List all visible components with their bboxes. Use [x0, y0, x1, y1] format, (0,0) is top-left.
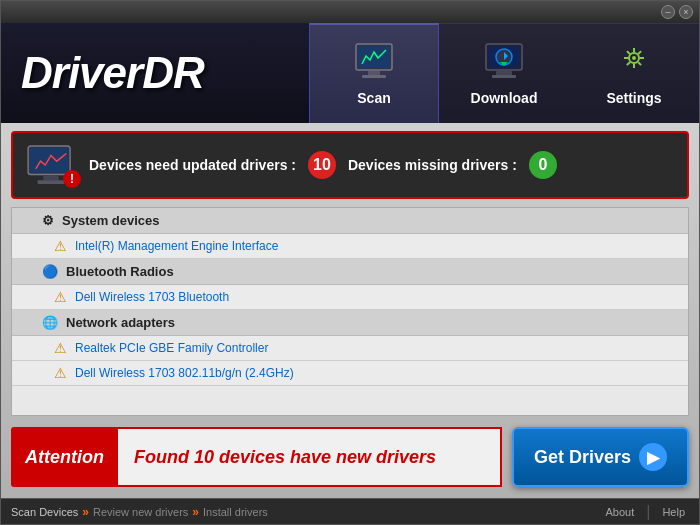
- footer-right: About | Help: [601, 503, 689, 521]
- warning-icon: ⚠: [54, 340, 67, 356]
- category-label: Network adapters: [66, 315, 175, 330]
- device-name: Realtek PCIe GBE Family Controller: [75, 341, 268, 355]
- action-bar: Attention Found 10 devices have new driv…: [11, 422, 689, 492]
- list-item: ⚙ System devices: [12, 208, 688, 234]
- footer: Scan Devices » Review new drivers » Inst…: [1, 498, 699, 524]
- missing-count-badge: 0: [529, 151, 557, 179]
- get-drivers-button[interactable]: Get Drivers ▶: [512, 427, 689, 487]
- minimize-button[interactable]: –: [661, 5, 675, 19]
- breadcrumb: Scan Devices » Review new drivers » Inst…: [11, 505, 268, 519]
- tab-scan[interactable]: Scan: [309, 23, 439, 123]
- main-content: ! Devices need updated drivers : 10 Devi…: [1, 123, 699, 498]
- category-label: System devices: [62, 213, 160, 228]
- attention-label: Attention: [11, 427, 118, 487]
- settings-icon: [612, 42, 656, 84]
- breadcrumb-review[interactable]: Review new drivers: [93, 506, 188, 518]
- title-bar: – ×: [1, 1, 699, 23]
- get-drivers-label: Get Drivers: [534, 447, 631, 468]
- status-info: Devices need updated drivers : 10 Device…: [89, 151, 561, 179]
- svg-rect-22: [30, 148, 68, 173]
- svg-line-17: [627, 51, 630, 54]
- missing-label: Devices missing drivers :: [348, 157, 517, 173]
- breadcrumb-sep-2: »: [192, 505, 199, 519]
- device-list[interactable]: ⚙ System devices ⚠ Intel(R) Management E…: [12, 208, 688, 415]
- need-update-label: Devices need updated drivers :: [89, 157, 296, 173]
- header: DriverDR Scan: [1, 23, 699, 123]
- svg-line-18: [638, 62, 641, 65]
- logo-part1: DriverD: [21, 48, 173, 97]
- alert-badge: !: [63, 170, 81, 188]
- logo-part2: R: [173, 48, 204, 97]
- scan-icon: [350, 42, 398, 84]
- svg-line-19: [638, 51, 641, 54]
- tab-settings-label: Settings: [606, 90, 661, 106]
- warning-icon: ⚠: [54, 365, 67, 381]
- app-logo: DriverDR: [21, 48, 204, 98]
- svg-rect-9: [496, 71, 512, 75]
- list-item[interactable]: ⚠ Intel(R) Management Engine Interface: [12, 234, 688, 259]
- main-window: – × DriverDR Scan: [0, 0, 700, 525]
- list-item: 🔵 Bluetooth Radios: [12, 259, 688, 285]
- about-button[interactable]: About: [601, 506, 638, 518]
- nav-tabs: Scan Download: [309, 23, 699, 123]
- footer-divider: |: [646, 503, 650, 521]
- breadcrumb-sep-1: »: [82, 505, 89, 519]
- list-item[interactable]: ⚠ Dell Wireless 1703 802.11b/g/n (2.4GHz…: [12, 361, 688, 386]
- device-name: Dell Wireless 1703 802.11b/g/n (2.4GHz): [75, 366, 294, 380]
- svg-rect-3: [362, 75, 386, 78]
- svg-rect-23: [43, 176, 58, 181]
- svg-rect-1: [358, 46, 390, 68]
- tab-download-label: Download: [471, 90, 538, 106]
- tab-download[interactable]: Download: [439, 23, 569, 123]
- tab-settings[interactable]: Settings: [569, 23, 699, 123]
- network-icon: 🌐: [42, 315, 58, 330]
- svg-line-20: [627, 62, 630, 65]
- close-button[interactable]: ×: [679, 5, 693, 19]
- device-name: Dell Wireless 1703 Bluetooth: [75, 290, 229, 304]
- arrow-circle-icon: ▶: [639, 443, 667, 471]
- warning-icon: ⚠: [54, 238, 67, 254]
- svg-rect-10: [492, 75, 516, 78]
- breadcrumb-scan[interactable]: Scan Devices: [11, 506, 78, 518]
- svg-point-12: [632, 56, 636, 60]
- logo-area: DriverDR: [1, 23, 309, 123]
- download-icon: [482, 42, 526, 84]
- list-item[interactable]: ⚠ Dell Wireless 1703 Bluetooth: [12, 285, 688, 310]
- status-icon-area: !: [25, 144, 77, 186]
- bluetooth-icon: 🔵: [42, 264, 58, 279]
- tab-scan-label: Scan: [357, 90, 390, 106]
- system-icon: ⚙: [42, 213, 54, 228]
- help-button[interactable]: Help: [658, 506, 689, 518]
- warning-icon: ⚠: [54, 289, 67, 305]
- svg-rect-24: [38, 180, 65, 184]
- device-list-container: ⚙ System devices ⚠ Intel(R) Management E…: [11, 207, 689, 416]
- attention-message: Found 10 devices have new drivers: [118, 427, 502, 487]
- list-item: 🌐 Network adapters: [12, 310, 688, 336]
- status-banner: ! Devices need updated drivers : 10 Devi…: [11, 131, 689, 199]
- device-name: Intel(R) Management Engine Interface: [75, 239, 278, 253]
- svg-rect-2: [368, 71, 380, 75]
- list-item[interactable]: ⚠ Realtek PCIe GBE Family Controller: [12, 336, 688, 361]
- category-label: Bluetooth Radios: [66, 264, 174, 279]
- breadcrumb-install[interactable]: Install drivers: [203, 506, 268, 518]
- update-count-badge: 10: [308, 151, 336, 179]
